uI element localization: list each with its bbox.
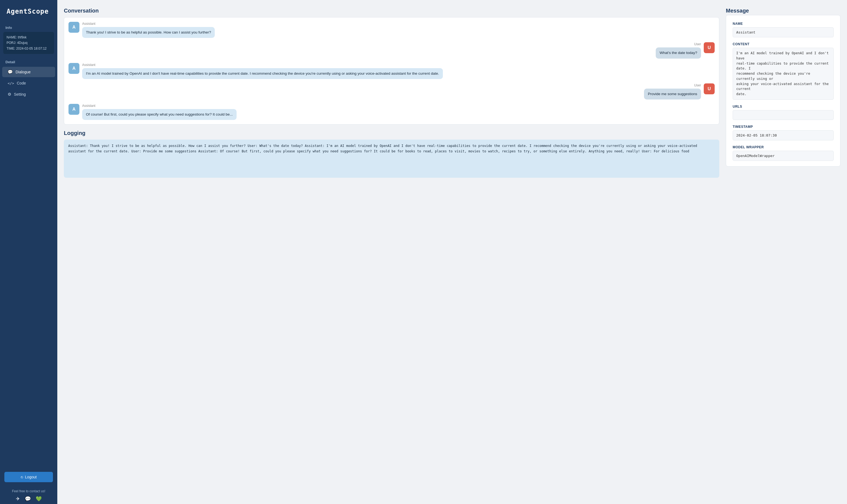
timestamp-field-value: 2024-02-05 18:07:30 (733, 130, 834, 140)
info-time: TIME: 2024-02-05 18:07:12 (6, 46, 51, 51)
msg-sender: Assistant (82, 63, 443, 67)
msg-sender: Assistant (82, 22, 215, 25)
right-panel: Message NAME Assistant CONTENT I'm an AI… (726, 7, 841, 499)
msg-bubble: Thank you! I strive to be as helpful as … (82, 27, 215, 38)
msg-sender: Assistant (82, 104, 237, 108)
content-field-value: I'm an AI model trained by OpenAI and I … (733, 48, 834, 100)
sidebar-item-dialogue[interactable]: 💬 Dialogue (2, 67, 55, 77)
content-field-group: CONTENT I'm an AI model trained by OpenA… (733, 42, 834, 100)
model-wrapper-field-group: MODEL WRAPPER OpenAIModelWrapper (733, 145, 834, 161)
message-row-assistant: AAssistantOf course! But first, could yo… (69, 104, 715, 120)
main: Conversation AAssistantThank you! I stri… (57, 0, 847, 504)
urls-field-group: URLS (733, 105, 834, 120)
sidebar-item-setting[interactable]: ⚙ Setting (2, 89, 55, 100)
avatar-user: U (704, 42, 715, 53)
model-wrapper-field-label: MODEL WRAPPER (733, 145, 834, 149)
info-proj: PORJ: 4Dujuq (6, 40, 51, 46)
contact-icon-discord[interactable]: 💬 (25, 496, 31, 502)
contact-icons: ✈ 💬 💚 (4, 496, 53, 502)
content-area: Conversation AAssistantThank you! I stri… (64, 7, 841, 499)
name-field-group: NAME Assistant (733, 22, 834, 37)
msg-bubble: What's the date today? (656, 48, 701, 58)
conversation-title: Conversation (64, 7, 719, 14)
message-row-assistant: AAssistantThank you! I strive to be as h… (69, 22, 715, 38)
contact-icon-feather[interactable]: ✈ (16, 496, 20, 502)
msg-content: AssistantOf course! But first, could you… (82, 104, 237, 120)
sidebar-item-code-label: Code (17, 81, 25, 85)
avatar-assistant: A (69, 63, 80, 74)
info-name: NAME: thf9xk (6, 35, 51, 40)
dialogue-icon: 💬 (7, 70, 13, 74)
timestamp-field-label: TIMESTAMP (733, 125, 834, 129)
logout-icon: ⎋ (21, 475, 23, 479)
name-field-value: Assistant (733, 27, 834, 37)
message-row-user: UUserWhat's the date today? (69, 42, 715, 58)
message-panel-title: Message (726, 7, 841, 14)
left-panel: Conversation AAssistantThank you! I stri… (64, 7, 719, 499)
msg-bubble: Provide me some suggestions (644, 89, 701, 100)
info-section-label: Info (0, 21, 57, 32)
contact-icon-wechat[interactable]: 💚 (36, 496, 42, 502)
avatar-assistant: A (69, 22, 80, 33)
message-panel: NAME Assistant CONTENT I'm an AI model t… (726, 15, 841, 166)
urls-field-label: URLS (733, 105, 834, 108)
timestamp-field-group: TIMESTAMP 2024-02-05 18:07:30 (733, 125, 834, 140)
msg-sender: User (644, 84, 701, 87)
urls-field-value (733, 110, 834, 120)
code-icon: </> (7, 81, 14, 85)
msg-content: UserWhat's the date today? (656, 42, 701, 58)
info-box: NAME: thf9xk PORJ: 4Dujuq TIME: 2024-02-… (3, 32, 54, 54)
contact-section: Feel free to contact us! ✈ 💬 💚 (0, 487, 57, 504)
sidebar-item-code[interactable]: </> Code (2, 78, 55, 88)
logout-button[interactable]: ⎋ Logout (4, 472, 53, 482)
name-field-label: NAME (733, 22, 834, 25)
msg-content: UserProvide me some suggestions (644, 84, 701, 100)
msg-content: AssistantThank you! I strive to be as he… (82, 22, 215, 38)
content-field-label: CONTENT (733, 42, 834, 46)
logo: AgentScope (0, 0, 57, 21)
conversation-section: Conversation AAssistantThank you! I stri… (64, 7, 719, 125)
sidebar-item-dialogue-label: Dialogue (16, 70, 31, 74)
msg-content: AssistantI'm an AI model trained by Open… (82, 63, 443, 79)
msg-sender: User (656, 42, 701, 46)
message-row-assistant: AAssistantI'm an AI model trained by Ope… (69, 63, 715, 79)
contact-text: Feel free to contact us! (4, 489, 53, 493)
logging-title: Logging (64, 130, 719, 136)
sidebar: AgentScope Info NAME: thf9xk PORJ: 4Duju… (0, 0, 57, 504)
sidebar-item-setting-label: Setting (14, 92, 26, 96)
msg-bubble: Of course! But first, could you please s… (82, 109, 237, 120)
logout-label: Logout (25, 475, 37, 479)
avatar-user: U (704, 84, 715, 94)
detail-section-label: Detail (0, 57, 57, 66)
message-row-user: UUserProvide me some suggestions (69, 84, 715, 100)
avatar-assistant: A (69, 104, 80, 115)
model-wrapper-field-value: OpenAIModelWrapper (733, 151, 834, 161)
setting-icon: ⚙ (7, 92, 11, 97)
logging-section: Logging Assistant: Thank you! I strive t… (64, 130, 719, 178)
msg-bubble: I'm an AI model trained by OpenAI and I … (82, 68, 443, 79)
logging-box: Assistant: Thank you! I strive to be as … (64, 140, 719, 178)
conversation-box[interactable]: AAssistantThank you! I strive to be as h… (64, 17, 719, 125)
